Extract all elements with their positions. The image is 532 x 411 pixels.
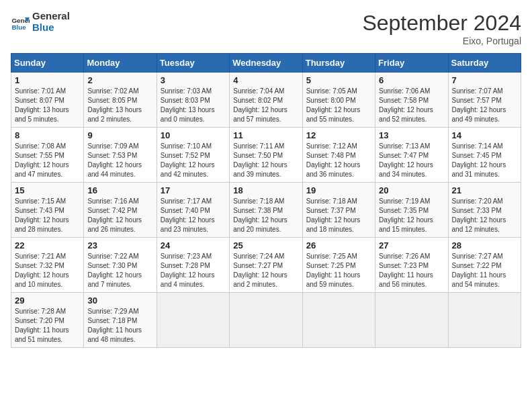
svg-text:Blue: Blue	[11, 24, 26, 31]
month-title: September 2024	[362, 11, 521, 36]
calendar-cell-23: 23 Sunrise: 7:22 AMSunset: 7:30 PMDaylig…	[84, 238, 157, 293]
calendar-cell-13: 13 Sunrise: 7:13 AMSunset: 7:47 PMDaylig…	[375, 128, 448, 183]
col-wednesday: Wednesday	[230, 54, 302, 73]
calendar-cell-18: 18 Sunrise: 7:18 AMSunset: 7:38 PMDaylig…	[230, 183, 302, 238]
calendar-cell-1: 1 Sunrise: 7:01 AMSunset: 8:07 PMDayligh…	[11, 73, 84, 128]
calendar-cell-25: 25 Sunrise: 7:24 AMSunset: 7:27 PMDaylig…	[230, 238, 302, 293]
title-area: September 2024 Eixo, Portugal	[362, 11, 521, 46]
calendar-table: Sunday Monday Tuesday Wednesday Thursday…	[11, 53, 521, 348]
col-sunday: Sunday	[11, 54, 84, 73]
calendar-cell-20: 20 Sunrise: 7:19 AMSunset: 7:35 PMDaylig…	[375, 183, 448, 238]
empty-cell	[230, 293, 302, 348]
calendar-cell-24: 24 Sunrise: 7:23 AMSunset: 7:28 PMDaylig…	[157, 238, 229, 293]
empty-cell	[375, 293, 448, 348]
empty-cell	[157, 293, 229, 348]
calendar-cell-17: 17 Sunrise: 7:17 AMSunset: 7:40 PMDaylig…	[157, 183, 229, 238]
logo-icon: General Blue	[11, 13, 30, 32]
col-thursday: Thursday	[302, 54, 375, 73]
logo: General Blue General Blue	[11, 11, 70, 33]
header: General Blue General Blue September 2024…	[11, 11, 521, 46]
col-tuesday: Tuesday	[157, 54, 229, 73]
col-saturday: Saturday	[448, 54, 521, 73]
calendar-cell-10: 10 Sunrise: 7:10 AMSunset: 7:52 PMDaylig…	[157, 128, 229, 183]
calendar-cell-7: 7 Sunrise: 7:07 AMSunset: 7:57 PMDayligh…	[448, 73, 521, 128]
calendar-cell-4: 4 Sunrise: 7:04 AMSunset: 8:02 PMDayligh…	[230, 73, 302, 128]
empty-cell	[448, 293, 521, 348]
calendar-cell-8: 8 Sunrise: 7:08 AMSunset: 7:55 PMDayligh…	[11, 128, 84, 183]
calendar-cell-3: 3 Sunrise: 7:03 AMSunset: 8:03 PMDayligh…	[157, 73, 229, 128]
calendar-cell-12: 12 Sunrise: 7:12 AMSunset: 7:48 PMDaylig…	[302, 128, 375, 183]
calendar-cell-19: 19 Sunrise: 7:18 AMSunset: 7:37 PMDaylig…	[302, 183, 375, 238]
calendar-cell-9: 9 Sunrise: 7:09 AMSunset: 7:53 PMDayligh…	[84, 128, 157, 183]
logo-blue-text: Blue	[32, 22, 70, 34]
calendar-cell-29: 29 Sunrise: 7:28 AMSunset: 7:20 PMDaylig…	[11, 293, 84, 348]
location: Eixo, Portugal	[362, 36, 521, 46]
calendar-cell-2: 2 Sunrise: 7:02 AMSunset: 8:05 PMDayligh…	[84, 73, 157, 128]
col-friday: Friday	[375, 54, 448, 73]
calendar-cell-28: 28 Sunrise: 7:27 AMSunset: 7:22 PMDaylig…	[448, 238, 521, 293]
calendar-cell-30: 30 Sunrise: 7:29 AMSunset: 7:18 PMDaylig…	[84, 293, 157, 348]
calendar-cell-6: 6 Sunrise: 7:06 AMSunset: 7:58 PMDayligh…	[375, 73, 448, 128]
calendar-cell-27: 27 Sunrise: 7:26 AMSunset: 7:23 PMDaylig…	[375, 238, 448, 293]
empty-cell	[302, 293, 375, 348]
calendar-cell-11: 11 Sunrise: 7:11 AMSunset: 7:50 PMDaylig…	[230, 128, 302, 183]
calendar-cell-16: 16 Sunrise: 7:16 AMSunset: 7:42 PMDaylig…	[84, 183, 157, 238]
calendar-cell-5: 5 Sunrise: 7:05 AMSunset: 8:00 PMDayligh…	[302, 73, 375, 128]
col-monday: Monday	[84, 54, 157, 73]
calendar-body: 1 Sunrise: 7:01 AMSunset: 8:07 PMDayligh…	[11, 73, 521, 348]
calendar-cell-14: 14 Sunrise: 7:14 AMSunset: 7:45 PMDaylig…	[448, 128, 521, 183]
header-row: Sunday Monday Tuesday Wednesday Thursday…	[11, 54, 521, 73]
calendar-cell-22: 22 Sunrise: 7:21 AMSunset: 7:32 PMDaylig…	[11, 238, 84, 293]
logo-general-text: General	[32, 11, 70, 22]
calendar-cell-15: 15 Sunrise: 7:15 AMSunset: 7:43 PMDaylig…	[11, 183, 84, 238]
calendar-cell-21: 21 Sunrise: 7:20 AMSunset: 7:33 PMDaylig…	[448, 183, 521, 238]
calendar-cell-26: 26 Sunrise: 7:25 AMSunset: 7:25 PMDaylig…	[302, 238, 375, 293]
